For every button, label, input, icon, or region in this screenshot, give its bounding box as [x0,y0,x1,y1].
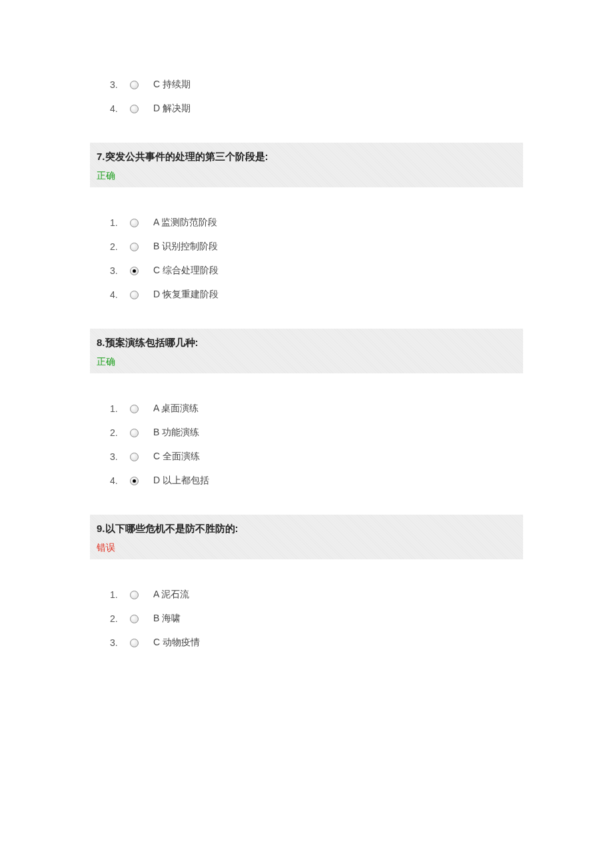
radio-button[interactable] [130,615,139,623]
radio-button[interactable] [130,291,139,299]
partial-options: 3. C 持续期 4. D 解决期 [90,79,523,115]
option-row: 2. B 海啸 [90,613,523,625]
option-row: 4. D 恢复重建阶段 [90,289,523,301]
option-label: C 综合处理阶段 [153,265,219,277]
radio-button[interactable] [130,591,139,599]
question-header: 8.预案演练包括哪几种: 正确 [90,329,523,373]
options-list: 1. A 桌面演练 2. B 功能演练 3. C 全面演练 4. D 以上都包括 [90,403,523,487]
option-number: 4. [110,103,130,114]
radio-button[interactable] [130,267,139,275]
radio-button[interactable] [130,81,139,89]
option-label: A 监测防范阶段 [153,217,217,229]
option-number: 2. [110,613,130,624]
option-label: C 动物疫情 [153,637,200,649]
option-row: 2. B 识别控制阶段 [90,241,523,253]
option-row: 2. B 功能演练 [90,427,523,439]
question-header: 9.以下哪些危机不是防不胜防的: 错误 [90,515,523,559]
question-status: 正确 [97,356,516,368]
radio-button[interactable] [130,219,139,227]
question-block-9: 9.以下哪些危机不是防不胜防的: 错误 1. A 泥石流 2. B 海啸 3. … [90,515,523,649]
question-status: 错误 [97,542,516,554]
option-number: 3. [110,265,130,276]
question-block-8: 8.预案演练包括哪几种: 正确 1. A 桌面演练 2. B 功能演练 3. C… [90,329,523,487]
option-number: 1. [110,589,130,600]
option-row: 3. C 全面演练 [90,451,523,463]
radio-button[interactable] [130,429,139,437]
option-row: 3. C 持续期 [90,79,523,91]
option-label: B 功能演练 [153,427,199,439]
option-number: 3. [110,637,130,648]
option-number: 3. [110,451,130,462]
radio-button[interactable] [130,453,139,461]
option-row: 1. A 监测防范阶段 [90,217,523,229]
option-label: B 识别控制阶段 [153,241,218,253]
option-number: 2. [110,427,130,438]
option-label: B 海啸 [153,613,181,625]
option-label: D 解决期 [153,103,191,115]
radio-button[interactable] [130,639,139,647]
options-list: 1. A 泥石流 2. B 海啸 3. C 动物疫情 [90,589,523,649]
option-number: 2. [110,241,130,252]
option-row: 3. C 综合处理阶段 [90,265,523,277]
option-number: 1. [110,403,130,414]
option-label: A 泥石流 [153,589,189,601]
option-number: 4. [110,475,130,486]
option-label: C 全面演练 [153,451,200,463]
option-number: 3. [110,79,130,90]
radio-button[interactable] [130,477,139,485]
question-status: 正确 [97,170,516,182]
radio-button[interactable] [130,243,139,251]
option-row: 1. A 桌面演练 [90,403,523,415]
options-list: 1. A 监测防范阶段 2. B 识别控制阶段 3. C 综合处理阶段 4. D… [90,217,523,301]
option-label: D 以上都包括 [153,475,209,487]
option-row: 4. D 以上都包括 [90,475,523,487]
question-title: 9.以下哪些危机不是防不胜防的: [97,523,516,535]
question-title: 7.突发公共事件的处理的第三个阶段是: [97,151,516,163]
question-title: 8.预案演练包括哪几种: [97,337,516,349]
question-header: 7.突发公共事件的处理的第三个阶段是: 正确 [90,143,523,187]
option-row: 4. D 解决期 [90,103,523,115]
option-number: 1. [110,217,130,228]
question-block-7: 7.突发公共事件的处理的第三个阶段是: 正确 1. A 监测防范阶段 2. B … [90,143,523,301]
quiz-page: 3. C 持续期 4. D 解决期 7.突发公共事件的处理的第三个阶段是: 正确… [0,0,613,701]
radio-button[interactable] [130,405,139,413]
option-row: 3. C 动物疫情 [90,637,523,649]
option-number: 4. [110,289,130,300]
option-label: A 桌面演练 [153,403,199,415]
option-label: C 持续期 [153,79,191,91]
option-row: 1. A 泥石流 [90,589,523,601]
option-label: D 恢复重建阶段 [153,289,219,301]
radio-button[interactable] [130,105,139,113]
